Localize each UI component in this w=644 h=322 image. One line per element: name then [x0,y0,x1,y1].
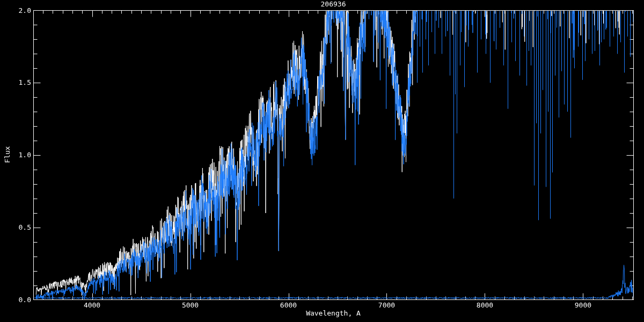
y-tick-label: 1.0 [11,151,31,159]
x-axis-label: Wavelength, A [280,310,387,317]
spectrum-canvas [0,0,644,322]
y-axis-label: Flux [4,114,11,195]
x-tick-label: 7000 [368,302,405,309]
plot-title: 206936 [296,1,371,8]
x-tick-label: 6000 [270,302,308,309]
y-tick-label: 1.5 [11,79,31,86]
x-tick-label: 5000 [172,302,209,309]
x-tick-label: 9000 [564,302,602,309]
y-tick-label: 0.0 [11,296,31,304]
x-tick-label: 8000 [466,302,503,309]
x-tick-label: 4000 [74,302,111,309]
y-tick-label: 0.5 [11,224,31,231]
y-tick-label: 2.0 [11,7,31,14]
spectrum-plot-window: 206936 Wavelength, A Flux 40005000600070… [0,0,644,322]
